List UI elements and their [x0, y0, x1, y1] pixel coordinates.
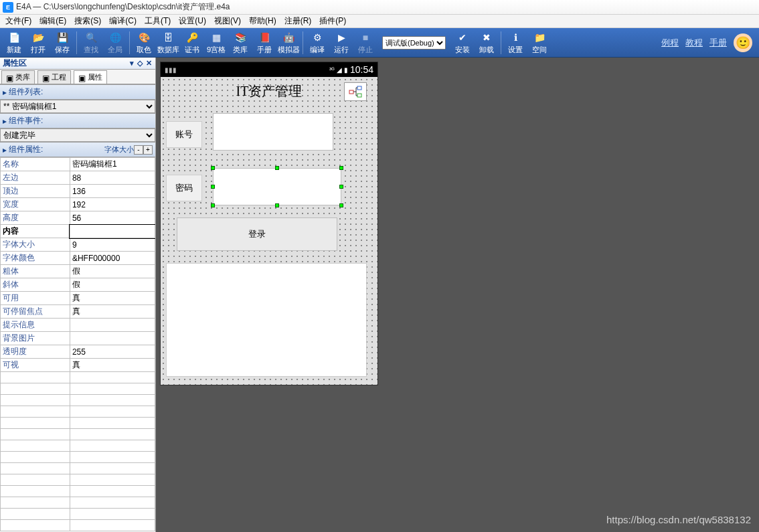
login-button[interactable]: 登录 — [177, 217, 337, 251]
event-select[interactable]: 创建完毕 — [0, 128, 155, 142]
prop-row[interactable]: 左边88 — [1, 171, 155, 185]
prop-value[interactable] — [70, 225, 155, 238]
prop-value[interactable]: 真 — [70, 359, 155, 372]
menu-item[interactable]: 编译(C) — [105, 14, 141, 28]
tool-取色[interactable]: 🎨取色 — [133, 29, 155, 56]
expand-icon[interactable]: ▸ — [3, 88, 7, 97]
prop-value[interactable]: 假 — [70, 265, 155, 278]
prop-row[interactable]: 可用真 — [1, 292, 155, 305]
prop-value[interactable]: 136 — [70, 185, 155, 198]
prop-row-empty — [1, 474, 155, 486]
build-mode-select[interactable]: 调试版(Debug) — [382, 36, 446, 50]
prop-row[interactable]: 宽度192 — [1, 198, 155, 211]
tree-icon-button[interactable] — [344, 82, 367, 101]
prop-row[interactable]: 名称密码编辑框1 — [1, 158, 155, 171]
prop-row[interactable]: 背景图片 — [1, 332, 155, 345]
link-教程[interactable]: 教程 — [685, 37, 703, 49]
prop-row[interactable]: 顶边136 — [1, 185, 155, 198]
prop-row[interactable]: 内容 — [1, 225, 155, 238]
panel-controls[interactable]: ▾ ◇ ✕ — [130, 59, 153, 68]
prop-value[interactable] — [70, 332, 155, 345]
menu-item[interactable]: 插件(P) — [315, 14, 350, 28]
selection-handle[interactable] — [211, 185, 215, 189]
prop-value[interactable]: 真 — [70, 292, 155, 305]
minus-button[interactable]: - — [134, 145, 143, 155]
selection-handle[interactable] — [339, 185, 343, 189]
prop-row[interactable]: 提示信息 — [1, 319, 155, 332]
prop-key: 字体颜色 — [1, 252, 70, 265]
tool-类库[interactable]: 📚类库 — [229, 29, 252, 56]
prop-value[interactable]: 56 — [70, 211, 155, 225]
plus-button[interactable]: + — [143, 145, 153, 155]
tool-打开[interactable]: 📂打开 — [27, 29, 50, 56]
tool-icon: ▶ — [335, 31, 348, 44]
prop-row[interactable]: 可停留焦点真 — [1, 305, 155, 319]
tool-保存[interactable]: 💾保存 — [51, 29, 74, 56]
font-size-stepper[interactable]: - + — [134, 145, 153, 155]
tab-工程[interactable]: ▣工程 — [37, 70, 71, 84]
tab-类库[interactable]: ▣类库 — [1, 70, 35, 84]
tool-9宫格[interactable]: ▦9宫格 — [205, 29, 228, 56]
menu-item[interactable]: 搜索(S) — [70, 14, 105, 28]
account-input[interactable] — [213, 113, 333, 151]
tool-模拟器[interactable]: 🤖模拟器 — [277, 29, 300, 56]
prop-key: 高度 — [1, 211, 70, 225]
menu-item[interactable]: 视图(V) — [210, 14, 245, 28]
selection-handle[interactable] — [211, 203, 215, 207]
tool-安装[interactable]: ✔安装 — [451, 29, 474, 56]
tool-设置[interactable]: ℹ设置 — [504, 29, 527, 56]
menu-item[interactable]: 编辑(E) — [35, 14, 70, 28]
menu-item[interactable]: 文件(F) — [1, 14, 35, 28]
prop-value[interactable]: 9 — [70, 238, 155, 252]
prop-row-empty — [1, 429, 155, 440]
password-input[interactable] — [213, 168, 341, 205]
content-box[interactable] — [166, 263, 367, 377]
prop-value[interactable]: &HFF000000 — [70, 252, 155, 265]
tab-属性[interactable]: ▣属性 — [74, 70, 107, 84]
menu-item[interactable]: 帮助(H) — [245, 14, 280, 28]
prop-value[interactable]: 192 — [70, 198, 155, 211]
tool-数据库[interactable]: 🗄数据库 — [157, 29, 179, 56]
tool-手册[interactable]: 📕手册 — [253, 29, 276, 56]
main-toolbar: 📄新建📂打开💾保存🔍查找🌐全局🎨取色🗄数据库🔑证书▦9宫格📚类库📕手册🤖模拟器⚙… — [0, 28, 759, 58]
menu-item[interactable]: 设置(U) — [175, 14, 210, 28]
tool-运行[interactable]: ▶运行 — [330, 29, 353, 56]
selection-handle[interactable] — [211, 166, 215, 170]
panel-header: 属性区 ▾ ◇ ✕ — [0, 58, 155, 70]
prop-row[interactable]: 透明度255 — [1, 345, 155, 359]
menu-item[interactable]: 工具(T) — [141, 14, 175, 28]
prop-value[interactable]: 密码编辑框1 — [70, 158, 155, 171]
expand-icon[interactable]: ▸ — [3, 145, 7, 155]
phone-body[interactable]: IT资产管理 账号 密码 登录 — [161, 77, 377, 385]
prop-value[interactable]: 假 — [70, 278, 155, 292]
selection-handle[interactable] — [275, 166, 279, 170]
prop-key: 左边 — [1, 171, 70, 185]
prop-row[interactable]: 高度56 — [1, 211, 155, 225]
prop-row[interactable]: 字体颜色&HFF000000 — [1, 252, 155, 265]
tool-空间[interactable]: 📁空间 — [528, 29, 551, 56]
selection-handle[interactable] — [339, 203, 343, 207]
tool-新建[interactable]: 📄新建 — [3, 29, 25, 56]
avatar[interactable]: 🙂 — [734, 33, 752, 52]
prop-value[interactable]: 88 — [70, 171, 155, 185]
selection-handle[interactable] — [339, 166, 343, 170]
tool-编译[interactable]: ⚙编译 — [306, 29, 329, 56]
component-select[interactable]: ** 密码编辑框1 — [0, 100, 155, 113]
prop-value[interactable]: 真 — [70, 305, 155, 319]
expand-icon[interactable]: ▸ — [3, 116, 7, 126]
tool-label: 新建 — [7, 45, 21, 55]
prop-row[interactable]: 字体大小9 — [1, 238, 155, 252]
help-links: 例程教程手册🙂 — [661, 33, 756, 52]
tool-证书[interactable]: 🔑证书 — [181, 29, 203, 56]
link-例程[interactable]: 例程 — [661, 37, 679, 49]
link-手册[interactable]: 手册 — [709, 37, 727, 49]
selection-handle[interactable] — [275, 203, 279, 207]
prop-row[interactable]: 可视真 — [1, 359, 155, 372]
prop-value[interactable] — [70, 319, 155, 332]
prop-row[interactable]: 粗体假 — [1, 265, 155, 278]
tool-icon: 🔑 — [185, 31, 199, 44]
prop-row[interactable]: 斜体假 — [1, 278, 155, 292]
tool-卸载[interactable]: ✖卸载 — [475, 29, 498, 56]
prop-value[interactable]: 255 — [70, 345, 155, 359]
menu-item[interactable]: 注册(R) — [280, 14, 316, 28]
